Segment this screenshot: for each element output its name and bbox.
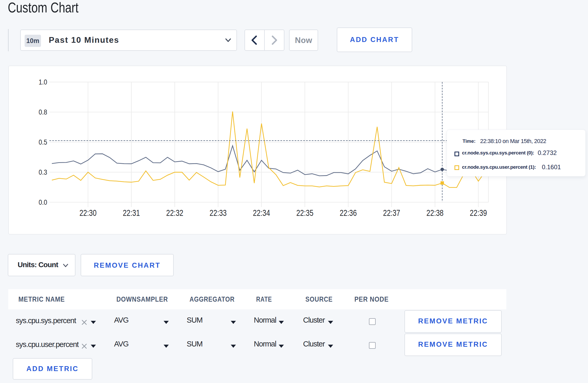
svg-text:0.0: 0.0	[39, 198, 47, 206]
svg-text:22:33: 22:33	[209, 208, 227, 218]
svg-text:22:35: 22:35	[296, 208, 313, 218]
svg-text:22:37: 22:37	[383, 208, 400, 218]
svg-text:22:38: 22:38	[426, 208, 444, 218]
svg-text:22:31: 22:31	[123, 208, 140, 218]
svg-text:22:34: 22:34	[253, 208, 270, 218]
svg-text:0.8: 0.8	[39, 108, 47, 116]
svg-text:22:32: 22:32	[166, 208, 183, 218]
svg-text:22:30: 22:30	[79, 208, 96, 218]
svg-text:0.3: 0.3	[39, 168, 47, 176]
svg-text:22:36: 22:36	[340, 208, 357, 218]
svg-text:1.0: 1.0	[39, 78, 47, 86]
svg-text:0.5: 0.5	[39, 138, 47, 146]
svg-text:22:39: 22:39	[470, 208, 487, 218]
